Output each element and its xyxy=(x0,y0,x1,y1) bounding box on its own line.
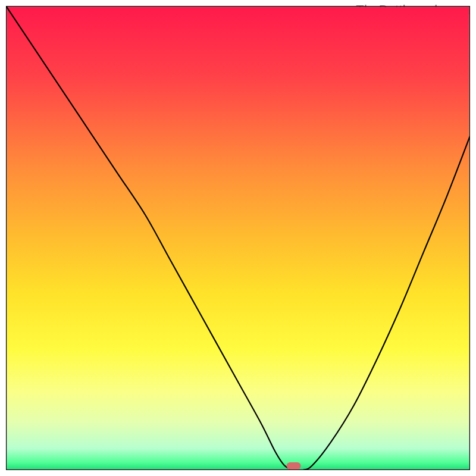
plot-area-fill xyxy=(7,7,469,469)
bottleneck-plot xyxy=(6,6,470,470)
optimum-marker xyxy=(287,462,301,469)
chart-frame: TheBottleneck.com xyxy=(0,0,476,476)
